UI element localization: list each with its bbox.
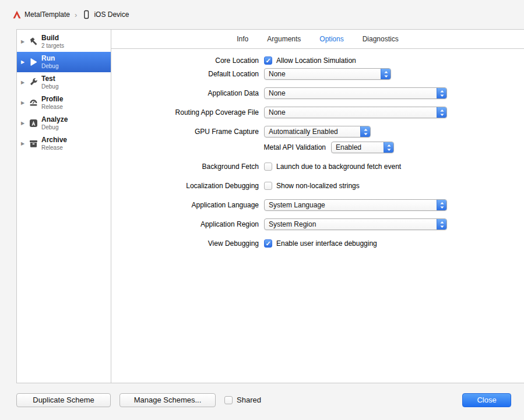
sidebar-item-build[interactable]: ▶ Build 2 targets: [17, 31, 111, 52]
application-data-value: None: [265, 88, 437, 98]
gpu-frame-capture-value: Automatically Enabled: [265, 126, 360, 137]
tab-info[interactable]: Info: [237, 35, 248, 43]
close-button[interactable]: Close: [462, 393, 511, 407]
gpu-frame-capture-select[interactable]: Automatically Enabled: [264, 126, 371, 137]
core-location-label: Core Location: [111, 57, 264, 65]
options-form: Core Location Allow Location Simulation …: [111, 49, 524, 257]
sidebar-item-label: Build: [41, 34, 64, 42]
sidebar-item-sublabel: Debug: [41, 124, 68, 131]
default-location-label: Default Location: [111, 70, 264, 78]
sidebar-item-sublabel: Release: [41, 104, 63, 111]
localization-debugging-label: Localization Debugging: [111, 182, 264, 190]
disclosure-triangle-icon[interactable]: ▶: [20, 39, 26, 44]
application-data-label: Application Data: [111, 89, 264, 97]
localization-debugging-row: Localization Debugging Show non-localize…: [111, 180, 524, 192]
application-language-value: System Language: [265, 200, 437, 210]
default-location-select[interactable]: None: [264, 68, 391, 80]
sidebar-item-archive[interactable]: ▶ Archive Release: [17, 133, 111, 154]
application-region-value: System Region: [265, 219, 437, 230]
build-hammer-icon: [29, 37, 38, 47]
application-language-row: Application Language System Language: [111, 199, 524, 211]
shared-checkbox[interactable]: [224, 396, 233, 404]
sidebar-item-label: Profile: [41, 95, 63, 103]
dropdown-stepper-icon: [437, 88, 446, 98]
scheme-editor-body: ▶ Build 2 targets ▶ Run Debug ▶: [16, 29, 524, 383]
dialog-footer: Duplicate Scheme Manage Schemes... Share…: [0, 383, 524, 420]
disclosure-triangle-icon[interactable]: ▶: [20, 59, 26, 65]
sidebar-item-sublabel: Debug: [41, 63, 58, 70]
disclosure-triangle-icon[interactable]: ▶: [20, 121, 26, 126]
sidebar-item-label: Run: [41, 54, 58, 62]
sidebar-item-sublabel: Release: [41, 144, 67, 151]
destination-name: iOS Device: [94, 10, 129, 19]
routing-app-coverage-label: Routing App Coverage File: [111, 108, 264, 117]
gpu-frame-capture-label: GPU Frame Capture: [111, 128, 264, 136]
breadcrumb-destination[interactable]: iOS Device: [82, 10, 129, 19]
sidebar-item-label: Test: [41, 75, 58, 83]
breadcrumb-separator: ›: [73, 10, 78, 19]
dropdown-stepper-icon: [437, 219, 446, 230]
allow-location-simulation-label: Allow Location Simulation: [276, 57, 356, 65]
dropdown-stepper-icon: [437, 107, 446, 118]
allow-location-simulation-checkbox[interactable]: [264, 57, 272, 65]
metal-api-validation-select[interactable]: Enabled: [331, 142, 394, 153]
run-play-icon: [29, 57, 38, 67]
manage-schemes-button[interactable]: Manage Schemes...: [119, 393, 216, 407]
disclosure-triangle-icon[interactable]: ▶: [20, 100, 26, 105]
background-fetch-checkbox-label: Launch due to a background fetch event: [276, 163, 401, 171]
metal-api-validation-label: Metal API Validation: [111, 143, 331, 151]
routing-app-coverage-select[interactable]: None: [264, 107, 447, 118]
shared-label: Shared: [237, 396, 261, 404]
default-location-row: Default Location None: [111, 68, 524, 80]
shared-option: Shared: [224, 396, 261, 404]
metal-api-validation-value: Enabled: [332, 142, 384, 153]
routing-app-coverage-row: Routing App Coverage File None: [111, 107, 524, 118]
metal-app-icon: [12, 10, 22, 19]
sidebar-item-test[interactable]: ▶ Test Debug: [17, 72, 111, 93]
routing-app-coverage-value: None: [265, 107, 437, 118]
application-region-row: Application Region System Region: [111, 218, 524, 230]
localization-debugging-checkbox[interactable]: [264, 182, 272, 190]
application-data-select[interactable]: None: [264, 87, 447, 99]
tab-options[interactable]: Options: [319, 35, 343, 43]
core-location-row: Core Location Allow Location Simulation: [111, 55, 524, 66]
profile-gauge-icon: [29, 98, 38, 108]
dropdown-stepper-icon: [384, 142, 393, 153]
application-language-select[interactable]: System Language: [264, 199, 447, 211]
application-region-label: Application Region: [111, 220, 264, 228]
sidebar-item-profile[interactable]: ▶ Profile Release: [17, 93, 111, 113]
test-wrench-icon: [29, 77, 38, 87]
archive-box-icon: [29, 139, 38, 149]
options-pane: Info Arguments Options Diagnostics Core …: [111, 30, 524, 383]
sidebar-item-analyze[interactable]: ▶ Analyze Debug: [17, 113, 111, 133]
scheme-name: MetalTemplate: [24, 10, 70, 19]
sidebar-item-label: Archive: [41, 136, 67, 144]
sidebar-item-sublabel: Debug: [41, 83, 58, 90]
application-language-label: Application Language: [111, 201, 264, 209]
sidebar-item-run[interactable]: ▶ Run Debug: [17, 52, 111, 72]
gpu-frame-capture-row: GPU Frame Capture Automatically Enabled: [111, 126, 524, 137]
application-data-row: Application Data None: [111, 87, 524, 99]
dropdown-stepper-icon: [381, 69, 391, 79]
view-debugging-label: View Debugging: [111, 239, 264, 248]
duplicate-scheme-button[interactable]: Duplicate Scheme: [16, 393, 111, 407]
dropdown-stepper-icon: [437, 200, 446, 210]
tab-diagnostics[interactable]: Diagnostics: [363, 35, 399, 43]
background-fetch-row: Background Fetch Launch due to a backgro…: [111, 161, 524, 172]
view-debugging-checkbox-label: Enable user interface debugging: [276, 239, 377, 248]
application-region-select[interactable]: System Region: [264, 218, 447, 230]
scheme-actions-sidebar: ▶ Build 2 targets ▶ Run Debug ▶: [17, 30, 111, 383]
localization-debugging-checkbox-label: Show non-localized strings: [276, 182, 360, 190]
breadcrumb: MetalTemplate › iOS Device: [0, 0, 524, 29]
disclosure-triangle-icon[interactable]: ▶: [20, 141, 26, 146]
tab-bar: Info Arguments Options Diagnostics: [111, 30, 524, 49]
sidebar-item-sublabel: 2 targets: [41, 43, 64, 50]
view-debugging-row: View Debugging Enable user interface deb…: [111, 238, 524, 249]
view-debugging-checkbox[interactable]: [264, 239, 272, 248]
background-fetch-checkbox[interactable]: [264, 163, 272, 171]
breadcrumb-scheme[interactable]: MetalTemplate: [12, 10, 70, 19]
disclosure-triangle-icon[interactable]: ▶: [20, 80, 26, 85]
tab-arguments[interactable]: Arguments: [267, 35, 301, 43]
analyze-a-icon: [29, 118, 38, 128]
ios-device-icon: [82, 10, 91, 19]
